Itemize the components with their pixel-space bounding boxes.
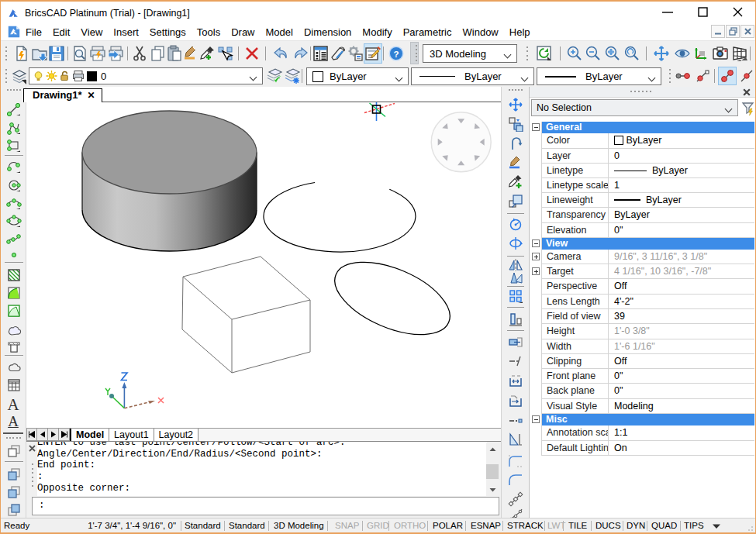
- svg-text:?: ?: [393, 50, 399, 59]
